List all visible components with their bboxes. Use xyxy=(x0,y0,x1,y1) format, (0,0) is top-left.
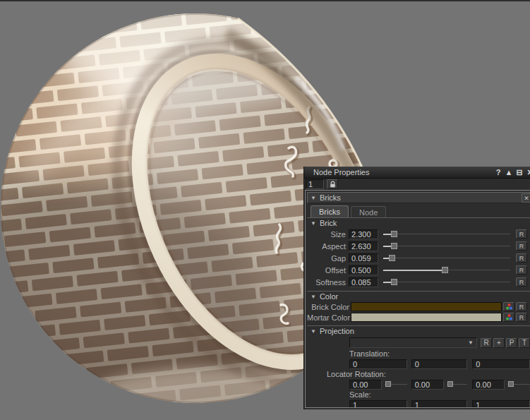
rotation-z-field[interactable]: 0.00 xyxy=(472,380,505,390)
gap-label: Gap xyxy=(307,254,346,263)
softness-slider[interactable] xyxy=(383,277,510,287)
gap-slider-handle[interactable] xyxy=(389,255,395,261)
chevron-down-icon: ▼ xyxy=(468,340,474,346)
brick-section: ▼ Brick Size 2.300 R Aspect 2.630 xyxy=(307,217,530,289)
lock-icon xyxy=(329,181,337,188)
bricks-node-title: Bricks xyxy=(320,193,341,202)
offset-slider-handle[interactable] xyxy=(442,267,448,273)
projection-dropdown[interactable]: ▼ xyxy=(349,337,477,348)
translation-row: 0 0 0 xyxy=(307,358,530,370)
translation-label: Translation: xyxy=(307,349,530,358)
softness-reset-button[interactable]: R xyxy=(516,277,527,287)
rotation-x-slider[interactable] xyxy=(385,380,407,389)
aspect-field[interactable]: 2.630 xyxy=(349,241,378,251)
offset-field[interactable]: 0.500 xyxy=(349,265,378,275)
gap-field[interactable]: 0.059 xyxy=(349,253,378,263)
projection-dropdown-row: ▼ R + P T xyxy=(307,336,530,349)
mortar-color-swatch[interactable] xyxy=(351,313,502,322)
help-icon[interactable]: ? xyxy=(494,167,502,178)
brick-color-row: Brick Color R xyxy=(307,301,530,312)
translation-x-field[interactable]: 0 xyxy=(349,359,407,369)
translation-y-field[interactable]: 0 xyxy=(411,359,468,369)
rotation-x-field[interactable]: 0.00 xyxy=(349,380,382,390)
aspect-row: Aspect 2.630 R xyxy=(307,240,530,252)
size-field[interactable]: 2.300 xyxy=(349,229,378,239)
instance-count-field[interactable]: 1 xyxy=(306,179,324,189)
softness-label: Softness xyxy=(307,278,346,287)
size-reset-button[interactable]: R xyxy=(516,229,527,239)
brick-section-title: Brick xyxy=(320,219,337,227)
gap-row: Gap 0.059 R xyxy=(307,252,530,264)
softness-row: Softness 0.085 R xyxy=(307,276,530,288)
projection-add-button[interactable]: + xyxy=(493,338,505,348)
offset-reset-button[interactable]: R xyxy=(516,265,527,275)
color-section-header[interactable]: ▼ Color xyxy=(307,292,530,301)
translation-z-field[interactable]: 0 xyxy=(472,359,530,369)
rotation-y-field[interactable]: 0.00 xyxy=(411,380,444,390)
mortar-color-row: Mortar Color R xyxy=(307,312,530,323)
scale-x-field[interactable]: 1 xyxy=(349,400,407,409)
size-slider[interactable] xyxy=(383,229,510,239)
softness-slider-handle[interactable] xyxy=(391,279,397,285)
brick-section-header[interactable]: ▼ Brick xyxy=(307,218,530,228)
projection-p-button[interactable]: P xyxy=(506,338,517,348)
aspect-reset-button[interactable]: R xyxy=(516,241,527,251)
size-slider-handle[interactable] xyxy=(391,231,397,237)
viewport-top-edge xyxy=(0,0,530,1)
brick-color-reset-button[interactable]: R xyxy=(516,302,527,311)
gap-slider[interactable] xyxy=(383,253,510,263)
panel-title: Node Properties xyxy=(313,168,370,176)
gap-reset-button[interactable]: R xyxy=(516,253,527,263)
projection-section: ▼ Projection ▼ R + P T Translation: xyxy=(307,325,530,408)
offset-row: Offset 0.500 R xyxy=(307,264,530,276)
popup-icon[interactable]: ▲ xyxy=(505,167,513,178)
bricks-node-header[interactable]: ▼ Bricks ✕ xyxy=(307,192,530,203)
tab-bricks[interactable]: Bricks xyxy=(311,205,349,217)
scale-label: Scale: xyxy=(307,390,530,399)
collapse-arrow-icon: ▼ xyxy=(311,220,316,227)
node-properties-panel: Node Properties ? ▲ ⊟ ✕ 1 ▼ Bricks ✕ xyxy=(303,167,530,409)
minify-icon[interactable]: ⊟ xyxy=(515,167,524,178)
mortar-color-picker-button[interactable] xyxy=(503,313,514,322)
rotation-row: 0.00 0.00 0.00 xyxy=(307,378,530,390)
brick-color-swatch[interactable] xyxy=(351,302,502,311)
rgb-color-icon xyxy=(505,313,513,321)
rgb-color-icon xyxy=(505,303,513,311)
mortar-color-reset-button[interactable]: R xyxy=(516,313,527,322)
collapse-arrow-icon: ▼ xyxy=(311,294,316,300)
aspect-slider-handle[interactable] xyxy=(391,243,397,249)
size-row: Size 2.300 R xyxy=(307,228,530,240)
color-section: ▼ Color Brick Color R xyxy=(307,291,530,324)
rotation-z-slider[interactable] xyxy=(507,380,530,389)
offset-label: Offset xyxy=(307,266,346,275)
brick-color-label: Brick Color xyxy=(307,303,349,311)
rotation-y-slider[interactable] xyxy=(447,380,468,389)
mortar-color-label: Mortar Color xyxy=(307,313,349,322)
projection-section-title: Projection xyxy=(320,327,354,335)
tab-bar: Bricks Node xyxy=(307,204,530,217)
tab-node[interactable]: Node xyxy=(351,206,386,217)
aspect-label: Aspect xyxy=(307,242,346,251)
offset-slider[interactable] xyxy=(383,265,510,275)
scale-row: 1 1 1 xyxy=(307,399,530,408)
softness-field[interactable]: 0.085 xyxy=(349,277,378,287)
projection-reset-button[interactable]: R xyxy=(481,338,492,348)
color-section-title: Color xyxy=(320,292,338,301)
aspect-slider[interactable] xyxy=(383,241,510,251)
collapse-arrow-icon: ▼ xyxy=(311,328,316,335)
close-icon[interactable]: ✕ xyxy=(526,167,530,178)
brick-color-picker-button[interactable] xyxy=(503,302,514,311)
panel-content: ▼ Bricks ✕ Bricks Node ▼ Brick Size 2.30… xyxy=(305,190,530,408)
projection-section-header[interactable]: ▼ Projection xyxy=(307,326,530,336)
scale-z-field[interactable]: 1 xyxy=(472,400,530,409)
viewport[interactable]: Node Properties ? ▲ ⊟ ✕ 1 ▼ Bricks ✕ xyxy=(0,0,530,420)
scale-y-field[interactable]: 1 xyxy=(411,400,468,409)
size-label: Size xyxy=(307,230,346,239)
projection-t-button[interactable]: T xyxy=(519,338,530,348)
locator-rotation-label: Locator Rotation: xyxy=(307,370,530,378)
panel-titlebar[interactable]: Node Properties ? ▲ ⊟ ✕ xyxy=(304,167,530,179)
bricks-close-button[interactable]: ✕ xyxy=(522,193,530,203)
lock-button[interactable] xyxy=(327,179,338,189)
collapse-arrow-icon: ▼ xyxy=(311,195,316,201)
